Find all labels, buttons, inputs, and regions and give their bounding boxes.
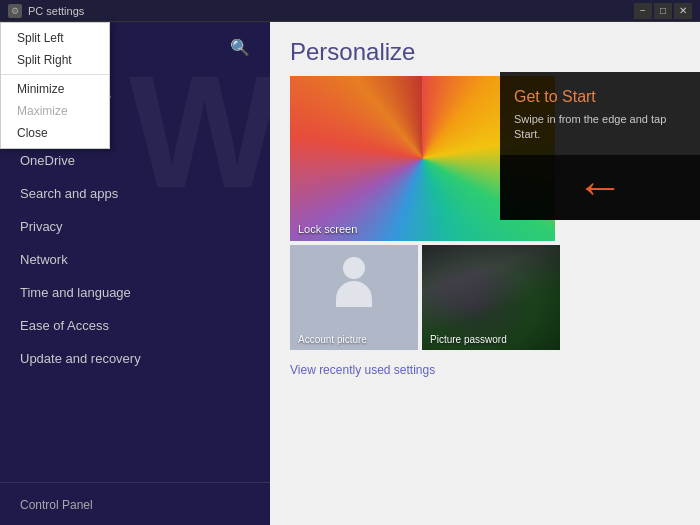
sidebar-item-time-language[interactable]: Time and language bbox=[0, 276, 270, 309]
context-menu: Split Left Split Right Minimize Maximize… bbox=[0, 22, 110, 149]
sidebar-item-search-apps[interactable]: Search and apps bbox=[0, 177, 270, 210]
picture-password-label: Picture password bbox=[430, 334, 507, 345]
ctx-maximize: Maximize bbox=[1, 100, 109, 122]
title-bar-text: PC settings bbox=[28, 5, 84, 17]
page-title: Personalize bbox=[290, 38, 680, 66]
recently-used-settings-link[interactable]: View recently used settings bbox=[290, 363, 435, 377]
account-picture-label: Account picture bbox=[298, 334, 367, 345]
content-footer: View recently used settings bbox=[270, 350, 700, 388]
title-bar: ⚙ PC settings − □ ✕ bbox=[0, 0, 700, 22]
lock-screen-label: Lock screen bbox=[298, 223, 357, 235]
ctx-close[interactable]: Close bbox=[1, 122, 109, 144]
image-row-bottom: Account picture Picture password bbox=[290, 245, 680, 350]
account-picture-tile[interactable]: Account picture bbox=[290, 245, 418, 350]
person-head bbox=[343, 257, 365, 279]
close-button[interactable]: ✕ bbox=[674, 3, 692, 19]
sidebar-item-update-recovery[interactable]: Update and recovery bbox=[0, 342, 270, 375]
ctx-split-left[interactable]: Split Left bbox=[1, 27, 109, 49]
title-bar-left: ⚙ PC settings bbox=[8, 4, 84, 18]
content-header: Personalize bbox=[270, 22, 700, 76]
person-figure bbox=[290, 245, 418, 329]
ctx-minimize[interactable]: Minimize bbox=[1, 78, 109, 100]
gts-title: Get to Start bbox=[514, 88, 686, 106]
sidebar-item-ease-access[interactable]: Ease of Access bbox=[0, 309, 270, 342]
sidebar-footer: Control Panel bbox=[0, 482, 270, 525]
sidebar-item-privacy[interactable]: Privacy bbox=[0, 210, 270, 243]
ctx-split-right[interactable]: Split Right bbox=[1, 49, 109, 71]
gts-arrow-icon: ← bbox=[576, 163, 624, 211]
get-to-start-panel: Get to Start Swipe in from the edge and … bbox=[500, 72, 700, 220]
picture-password-tile[interactable]: Picture password bbox=[422, 245, 560, 350]
maximize-button[interactable]: □ bbox=[654, 3, 672, 19]
ctx-divider bbox=[1, 74, 109, 75]
content-area: Personalize Get to Start Swipe in from t… bbox=[270, 22, 700, 525]
control-panel-link[interactable]: Control Panel bbox=[20, 498, 93, 512]
person-icon bbox=[329, 257, 379, 317]
person-body bbox=[336, 281, 372, 307]
gts-description: Swipe in from the edge and tap Start. bbox=[514, 112, 686, 143]
title-bar-controls: − □ ✕ bbox=[634, 3, 692, 19]
minimize-button[interactable]: − bbox=[634, 3, 652, 19]
search-icon[interactable]: 🔍 bbox=[230, 38, 250, 57]
settings-icon: ⚙ bbox=[8, 4, 22, 18]
gts-arrow-area: ← bbox=[500, 155, 700, 220]
gts-text-area: Get to Start Swipe in from the edge and … bbox=[500, 72, 700, 155]
sidebar-item-network[interactable]: Network bbox=[0, 243, 270, 276]
